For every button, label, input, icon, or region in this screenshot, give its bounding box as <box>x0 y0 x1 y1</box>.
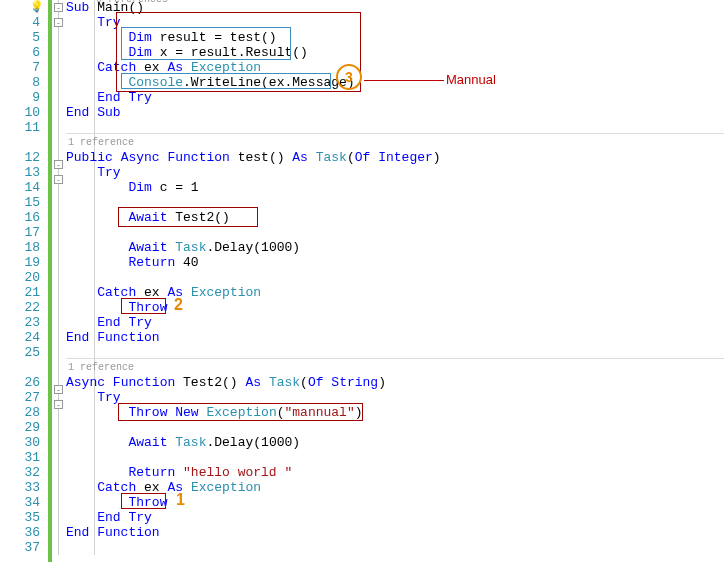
code-line[interactable]: Return "hello world " <box>66 465 724 480</box>
code-line[interactable]: Try <box>66 15 724 30</box>
line-number: 5 <box>0 30 40 45</box>
code-line[interactable]: End Sub <box>66 105 724 120</box>
line-number: 17 <box>0 225 40 240</box>
code-line[interactable]: Try <box>66 390 724 405</box>
line-number: 9 <box>0 90 40 105</box>
line-number: 25 <box>0 345 40 360</box>
line-number: 23 <box>0 315 40 330</box>
line-number: 21 <box>0 285 40 300</box>
code-line[interactable]: Await Test2() <box>66 210 724 225</box>
annotation-label: Mannual <box>446 72 496 87</box>
line-number: 29 <box>0 420 40 435</box>
line-number: 18 <box>0 240 40 255</box>
code-line[interactable] <box>66 420 724 435</box>
line-number: 7 <box>0 60 40 75</box>
fold-toggle[interactable]: - <box>54 18 63 27</box>
code-line[interactable]: Dim result = test() <box>66 30 724 45</box>
code-line[interactable]: Return 40 <box>66 255 724 270</box>
code-line[interactable]: Catch ex As Exception <box>66 60 724 75</box>
line-number <box>0 360 40 375</box>
line-number: 13 <box>0 165 40 180</box>
code-line[interactable] <box>66 225 724 240</box>
code-line[interactable]: End Try <box>66 315 724 330</box>
code-area[interactable]: 0 references Sub Main() Try Dim result =… <box>66 0 724 562</box>
line-number: 31 <box>0 450 40 465</box>
code-line[interactable] <box>66 270 724 285</box>
code-line[interactable]: Catch ex As Exception <box>66 285 724 300</box>
line-number: 19 <box>0 255 40 270</box>
line-number: 20 <box>0 270 40 285</box>
codelens-references[interactable]: 1 reference <box>66 135 724 150</box>
code-line[interactable]: Async Function Test2() As Task(Of String… <box>66 375 724 390</box>
fold-toggle[interactable]: - <box>54 400 63 409</box>
code-line[interactable]: Throw <box>66 495 724 510</box>
line-number: 28 <box>0 405 40 420</box>
line-number: 15 <box>0 195 40 210</box>
code-line[interactable]: Public Async Function test() As Task(Of … <box>66 150 724 165</box>
lightbulb-icon[interactable]: 💡 <box>30 0 44 13</box>
code-line[interactable]: Dim c = 1 <box>66 180 724 195</box>
code-line[interactable]: Dim x = result.Result() <box>66 45 724 60</box>
code-line[interactable]: Throw <box>66 300 724 315</box>
code-line[interactable]: Catch ex As Exception <box>66 480 724 495</box>
fold-toggle[interactable]: - <box>54 160 63 169</box>
code-line[interactable] <box>66 540 724 555</box>
line-number: 26 <box>0 375 40 390</box>
line-number: 30 <box>0 435 40 450</box>
fold-toggle[interactable]: - <box>54 175 63 184</box>
fold-toggle[interactable]: - <box>54 3 63 12</box>
code-editor[interactable]: 💡 34567891011121314151617181920212223242… <box>0 0 724 562</box>
line-number: 14 <box>0 180 40 195</box>
method-separator <box>66 358 724 359</box>
line-number: 32 <box>0 465 40 480</box>
annotation-number-1: 1 <box>176 491 185 509</box>
line-number: 4 <box>0 15 40 30</box>
code-line[interactable]: End Function <box>66 525 724 540</box>
line-number: 11 <box>0 120 40 135</box>
code-line[interactable]: End Try <box>66 90 724 105</box>
line-number: 6 <box>0 45 40 60</box>
code-line[interactable]: Await Task.Delay(1000) <box>66 240 724 255</box>
annotation-connector <box>364 80 444 81</box>
annotation-number-2: 2 <box>174 296 183 314</box>
method-separator <box>66 133 724 134</box>
line-number: 34 <box>0 495 40 510</box>
line-number: 35 <box>0 510 40 525</box>
code-line[interactable] <box>66 450 724 465</box>
code-line[interactable]: End Function <box>66 330 724 345</box>
annotation-circle-3: 3 <box>336 64 362 90</box>
line-number: 36 <box>0 525 40 540</box>
line-number: 24 <box>0 330 40 345</box>
code-line[interactable]: Await Task.Delay(1000) <box>66 435 724 450</box>
line-number <box>0 135 40 150</box>
code-line[interactable]: Sub Main() <box>66 0 724 15</box>
fold-column: - - - - - - <box>52 0 66 562</box>
line-number: 22 <box>0 300 40 315</box>
line-number: 8 <box>0 75 40 90</box>
line-number: 27 <box>0 390 40 405</box>
line-number: 10 <box>0 105 40 120</box>
line-number-gutter: 💡 34567891011121314151617181920212223242… <box>0 0 48 562</box>
code-line[interactable]: End Try <box>66 510 724 525</box>
line-number: 33 <box>0 480 40 495</box>
codelens-references[interactable]: 1 reference <box>66 360 724 375</box>
line-number: 37 <box>0 540 40 555</box>
code-line[interactable] <box>66 195 724 210</box>
line-number: 12 <box>0 150 40 165</box>
code-line[interactable]: Try <box>66 165 724 180</box>
fold-toggle[interactable]: - <box>54 385 63 394</box>
line-number: 16 <box>0 210 40 225</box>
code-line[interactable]: Throw New Exception("mannual") <box>66 405 724 420</box>
code-line[interactable]: Console.WriteLine(ex.Message) <box>66 75 724 90</box>
